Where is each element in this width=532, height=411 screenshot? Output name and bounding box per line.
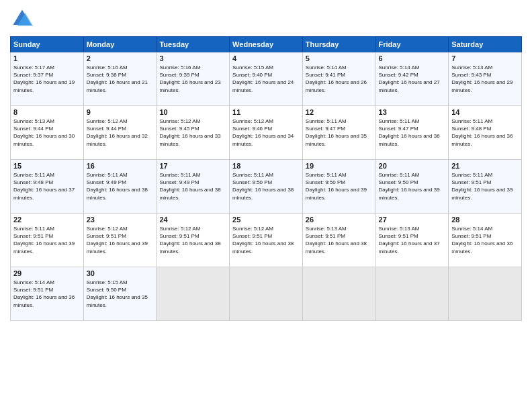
day-number: 12: [306, 108, 373, 116]
day-info: Sunrise: 5:11 AMSunset: 9:51 PMDaylight:…: [451, 171, 519, 201]
day-info: Sunrise: 5:11 AMSunset: 9:51 PMDaylight:…: [13, 225, 81, 255]
calendar-cell: 19Sunrise: 5:11 AMSunset: 9:50 PMDayligh…: [302, 160, 375, 214]
page-header: [10, 7, 522, 31]
calendar-cell: 13Sunrise: 5:11 AMSunset: 9:47 PMDayligh…: [375, 106, 449, 160]
calendar-cell: 21Sunrise: 5:11 AMSunset: 9:51 PMDayligh…: [449, 160, 522, 214]
calendar-cell: 14Sunrise: 5:11 AMSunset: 9:48 PMDayligh…: [449, 106, 522, 160]
day-info: Sunrise: 5:13 AMSunset: 9:44 PMDaylight:…: [13, 118, 81, 148]
day-number: 17: [159, 162, 226, 170]
logo: [10, 7, 37, 31]
day-number: 20: [379, 162, 446, 170]
calendar-cell: 30Sunrise: 5:15 AMSunset: 9:50 PMDayligh…: [83, 267, 157, 321]
calendar-cell: 18Sunrise: 5:11 AMSunset: 9:50 PMDayligh…: [230, 160, 303, 214]
calendar-cell: 16Sunrise: 5:11 AMSunset: 9:49 PMDayligh…: [83, 160, 157, 214]
day-info: Sunrise: 5:12 AMSunset: 9:51 PMDaylight:…: [232, 225, 300, 255]
calendar-cell: [302, 267, 375, 321]
day-number: 5: [306, 54, 373, 62]
calendar-cell: 7Sunrise: 5:13 AMSunset: 9:43 PMDaylight…: [449, 52, 522, 106]
calendar-cell: 27Sunrise: 5:13 AMSunset: 9:51 PMDayligh…: [375, 214, 449, 267]
day-info: Sunrise: 5:14 AMSunset: 9:51 PMDaylight:…: [451, 225, 519, 255]
day-number: 30: [87, 269, 154, 277]
day-info: Sunrise: 5:14 AMSunset: 9:41 PMDaylight:…: [306, 64, 373, 94]
col-header-sunday: Sunday: [11, 37, 84, 52]
day-info: Sunrise: 5:11 AMSunset: 9:50 PMDaylight:…: [379, 171, 446, 201]
day-info: Sunrise: 5:12 AMSunset: 9:45 PMDaylight:…: [159, 118, 226, 148]
calendar-cell: 20Sunrise: 5:11 AMSunset: 9:50 PMDayligh…: [375, 160, 449, 214]
day-info: Sunrise: 5:15 AMSunset: 9:50 PMDaylight:…: [87, 279, 154, 309]
day-info: Sunrise: 5:11 AMSunset: 9:47 PMDaylight:…: [306, 118, 373, 148]
day-number: 22: [13, 216, 81, 224]
calendar-cell: 15Sunrise: 5:11 AMSunset: 9:48 PMDayligh…: [11, 160, 84, 214]
calendar-cell: 26Sunrise: 5:13 AMSunset: 9:51 PMDayligh…: [302, 214, 375, 267]
day-number: 29: [13, 269, 81, 277]
day-number: 11: [232, 108, 300, 116]
calendar-cell: 17Sunrise: 5:11 AMSunset: 9:49 PMDayligh…: [157, 160, 230, 214]
day-number: 23: [87, 216, 154, 224]
day-number: 2: [87, 54, 154, 62]
col-header-thursday: Thursday: [302, 37, 375, 52]
calendar-cell: 12Sunrise: 5:11 AMSunset: 9:47 PMDayligh…: [302, 106, 375, 160]
calendar-cell: 5Sunrise: 5:14 AMSunset: 9:41 PMDaylight…: [302, 52, 375, 106]
day-number: 7: [451, 54, 519, 62]
logo-icon: [10, 7, 34, 31]
day-number: 21: [451, 162, 519, 170]
calendar-cell: [230, 267, 303, 321]
col-header-tuesday: Tuesday: [157, 37, 230, 52]
calendar-cell: 3Sunrise: 5:16 AMSunset: 9:39 PMDaylight…: [157, 52, 230, 106]
day-info: Sunrise: 5:14 AMSunset: 9:51 PMDaylight:…: [13, 279, 81, 309]
day-info: Sunrise: 5:13 AMSunset: 9:51 PMDaylight:…: [379, 225, 446, 255]
calendar-cell: [449, 267, 522, 321]
calendar-cell: 24Sunrise: 5:12 AMSunset: 9:51 PMDayligh…: [157, 214, 230, 267]
day-info: Sunrise: 5:12 AMSunset: 9:46 PMDaylight:…: [232, 118, 300, 148]
day-info: Sunrise: 5:11 AMSunset: 9:48 PMDaylight:…: [451, 118, 519, 148]
day-info: Sunrise: 5:17 AMSunset: 9:37 PMDaylight:…: [13, 64, 81, 94]
day-number: 10: [159, 108, 226, 116]
calendar-table: SundayMondayTuesdayWednesdayThursdayFrid…: [10, 36, 522, 321]
day-number: 8: [13, 108, 81, 116]
day-number: 1: [13, 54, 81, 62]
day-info: Sunrise: 5:13 AMSunset: 9:43 PMDaylight:…: [451, 64, 519, 94]
calendar-cell: 4Sunrise: 5:15 AMSunset: 9:40 PMDaylight…: [230, 52, 303, 106]
calendar-cell: 28Sunrise: 5:14 AMSunset: 9:51 PMDayligh…: [449, 214, 522, 267]
calendar-cell: 29Sunrise: 5:14 AMSunset: 9:51 PMDayligh…: [11, 267, 84, 321]
day-info: Sunrise: 5:12 AMSunset: 9:51 PMDaylight:…: [159, 225, 226, 255]
day-number: 6: [379, 54, 446, 62]
day-info: Sunrise: 5:11 AMSunset: 9:47 PMDaylight:…: [379, 118, 446, 148]
calendar-cell: [157, 267, 230, 321]
day-number: 14: [451, 108, 519, 116]
day-info: Sunrise: 5:11 AMSunset: 9:50 PMDaylight:…: [232, 171, 300, 201]
day-number: 13: [379, 108, 446, 116]
day-number: 26: [306, 216, 373, 224]
day-info: Sunrise: 5:12 AMSunset: 9:51 PMDaylight:…: [87, 225, 154, 255]
day-number: 19: [306, 162, 373, 170]
calendar-cell: 25Sunrise: 5:12 AMSunset: 9:51 PMDayligh…: [230, 214, 303, 267]
day-number: 28: [451, 216, 519, 224]
col-header-monday: Monday: [83, 37, 157, 52]
calendar-cell: 1Sunrise: 5:17 AMSunset: 9:37 PMDaylight…: [11, 52, 84, 106]
calendar-cell: 11Sunrise: 5:12 AMSunset: 9:46 PMDayligh…: [230, 106, 303, 160]
calendar-cell: 6Sunrise: 5:14 AMSunset: 9:42 PMDaylight…: [375, 52, 449, 106]
col-header-friday: Friday: [375, 37, 449, 52]
day-info: Sunrise: 5:11 AMSunset: 9:48 PMDaylight:…: [13, 171, 81, 201]
day-info: Sunrise: 5:11 AMSunset: 9:49 PMDaylight:…: [159, 171, 226, 201]
col-header-wednesday: Wednesday: [230, 37, 303, 52]
day-number: 15: [13, 162, 81, 170]
day-number: 25: [232, 216, 300, 224]
day-info: Sunrise: 5:16 AMSunset: 9:39 PMDaylight:…: [159, 64, 226, 94]
day-number: 18: [232, 162, 300, 170]
day-number: 3: [159, 54, 226, 62]
day-number: 4: [232, 54, 300, 62]
day-info: Sunrise: 5:12 AMSunset: 9:44 PMDaylight:…: [87, 118, 154, 148]
day-info: Sunrise: 5:16 AMSunset: 9:38 PMDaylight:…: [87, 64, 154, 94]
day-info: Sunrise: 5:13 AMSunset: 9:51 PMDaylight:…: [306, 225, 373, 255]
day-info: Sunrise: 5:11 AMSunset: 9:50 PMDaylight:…: [306, 171, 373, 201]
calendar-cell: 8Sunrise: 5:13 AMSunset: 9:44 PMDaylight…: [11, 106, 84, 160]
day-info: Sunrise: 5:15 AMSunset: 9:40 PMDaylight:…: [232, 64, 300, 94]
day-info: Sunrise: 5:14 AMSunset: 9:42 PMDaylight:…: [379, 64, 446, 94]
day-number: 24: [159, 216, 226, 224]
col-header-saturday: Saturday: [449, 37, 522, 52]
calendar-cell: 23Sunrise: 5:12 AMSunset: 9:51 PMDayligh…: [83, 214, 157, 267]
calendar-cell: 9Sunrise: 5:12 AMSunset: 9:44 PMDaylight…: [83, 106, 157, 160]
day-number: 16: [87, 162, 154, 170]
calendar-cell: 22Sunrise: 5:11 AMSunset: 9:51 PMDayligh…: [11, 214, 84, 267]
